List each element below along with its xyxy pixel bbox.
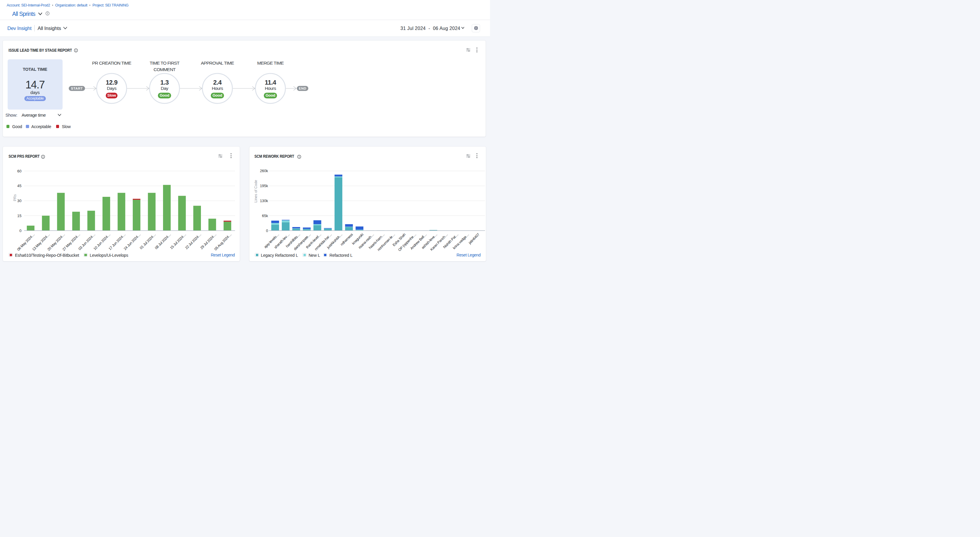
svg-text:jatin6407: jatin6407 [468,232,480,245]
svg-text:65k: 65k [262,214,268,218]
svg-text:Lines of Code: Lines of Code [254,180,258,202]
svg-text:195k: 195k [260,184,268,188]
svg-text:0: 0 [266,229,268,233]
svg-text:260k: 260k [260,168,268,173]
svg-text:130k: 130k [260,199,268,203]
